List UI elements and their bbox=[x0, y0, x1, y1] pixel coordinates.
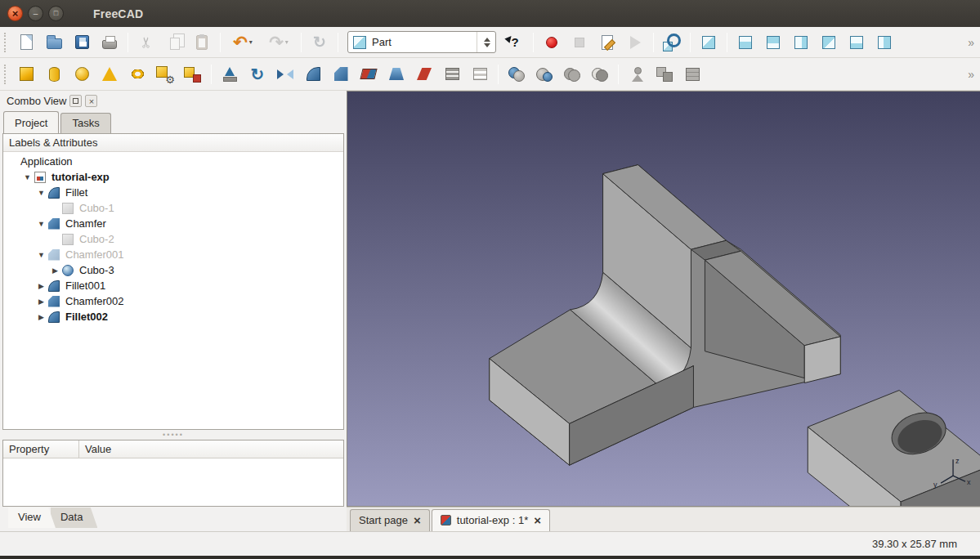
toolbar-button-cone[interactable] bbox=[96, 61, 123, 87]
tree-expander-icon[interactable]: ▼ bbox=[36, 189, 47, 197]
toolbar-button-open-document[interactable] bbox=[41, 29, 67, 56]
tree-item-label: Chamfer bbox=[65, 217, 106, 230]
3d-viewport[interactable]: z y x bbox=[347, 91, 980, 507]
toolbar-button-section[interactable] bbox=[439, 61, 465, 87]
undo-dropdown-caret[interactable]: ▾ bbox=[249, 38, 253, 46]
tree-item-chamfer[interactable]: ▼Chamfer bbox=[3, 216, 343, 231]
toolbar-button-defeaturing[interactable] bbox=[651, 61, 678, 87]
axis-label-z: z bbox=[955, 457, 960, 465]
toolbar-button-view-axonometric[interactable] bbox=[696, 29, 722, 56]
window-minimize-button[interactable] bbox=[28, 6, 43, 21]
tree-item-label: Fillet002 bbox=[65, 311, 108, 323]
doc-icon bbox=[34, 172, 46, 183]
toolbar-button-revolve[interactable]: ↻ bbox=[244, 61, 271, 87]
toolbar-drag-handle[interactable] bbox=[4, 65, 8, 84]
toolbar-button-sweep[interactable] bbox=[411, 61, 437, 87]
panel-splitter[interactable] bbox=[0, 430, 347, 440]
whats-this-icon: ? bbox=[507, 34, 523, 51]
toolbar-button-ruled-surface[interactable] bbox=[356, 61, 382, 87]
toolbar-button-box[interactable] bbox=[13, 61, 39, 87]
toolbar-button-sphere[interactable] bbox=[69, 61, 95, 87]
tree-expander-icon[interactable]: ▼ bbox=[36, 251, 47, 259]
toolbar-button-compound[interactable] bbox=[679, 61, 705, 87]
toolbar-button-undo[interactable]: ↶▾ bbox=[226, 29, 260, 56]
refresh-icon: ↻ bbox=[313, 33, 326, 51]
toolbar-button-save-document[interactable] bbox=[69, 29, 95, 56]
toolbar-button-extrude[interactable] bbox=[217, 61, 243, 87]
tree-expander-icon[interactable]: ▶ bbox=[36, 313, 47, 321]
tab-close-button[interactable]: × bbox=[414, 514, 421, 526]
tree-expander-icon[interactable]: ▼ bbox=[36, 220, 47, 228]
tree-expander-icon[interactable]: ▶ bbox=[36, 297, 47, 306]
tree-expander-icon[interactable]: ▶ bbox=[50, 266, 60, 275]
tab-view[interactable]: View bbox=[8, 508, 56, 528]
property-column-header[interactable]: Property bbox=[3, 440, 79, 458]
toolbar-button-union[interactable] bbox=[559, 61, 585, 87]
window-close-button[interactable] bbox=[7, 6, 23, 21]
toolbar-button-torus[interactable] bbox=[124, 61, 150, 87]
toolbar-button-chamfer[interactable] bbox=[328, 61, 354, 87]
document-tab-tutorial-exp-1-[interactable]: tutorial-exp : 1*× bbox=[432, 509, 550, 531]
toolbar-button-cut-boolean[interactable] bbox=[531, 61, 557, 87]
main-area: Combo View × ProjectTasks Labels & Attri… bbox=[0, 91, 980, 531]
toolbar-button-view-bottom[interactable] bbox=[844, 29, 870, 56]
toolbar-button-macro-play bbox=[622, 29, 648, 56]
tree-item-fillet[interactable]: ▼Fillet bbox=[3, 185, 343, 200]
toolbar-button-new-document[interactable] bbox=[13, 29, 39, 56]
window-maximize-button[interactable] bbox=[48, 6, 64, 21]
toolbar-button-loft[interactable] bbox=[383, 61, 409, 87]
combo-view-title: Combo View bbox=[7, 95, 66, 107]
workbench-selector[interactable]: Part bbox=[347, 31, 496, 53]
toolbar-button-shape-builder[interactable] bbox=[180, 61, 206, 87]
toolbar-button-print[interactable] bbox=[96, 29, 123, 56]
panel-close-button[interactable]: × bbox=[85, 95, 97, 107]
tab-close-button[interactable]: × bbox=[534, 514, 541, 526]
toolbar-button-cross-sections[interactable] bbox=[467, 61, 493, 87]
toolbar-overflow-chevron[interactable]: » bbox=[964, 68, 978, 81]
workbench-dropdown-arrows[interactable] bbox=[477, 32, 490, 52]
tree-item-chamfer002[interactable]: ▶Chamfer002 bbox=[3, 293, 343, 309]
toolbar-drag-handle[interactable] bbox=[4, 33, 8, 52]
tab-project[interactable]: Project bbox=[3, 111, 59, 133]
tree-item-tutorial-exp[interactable]: ▼tutorial-exp bbox=[3, 169, 343, 185]
toolbar-button-fillet[interactable] bbox=[300, 61, 326, 87]
tree-item-fillet002[interactable]: ▶Fillet002 bbox=[3, 309, 343, 324]
tree-item-application[interactable]: Application bbox=[3, 154, 343, 169]
tree-expander-icon[interactable]: ▶ bbox=[36, 282, 47, 290]
toolbar-button-mirror[interactable] bbox=[272, 61, 298, 87]
toolbar-button-view-right[interactable] bbox=[788, 29, 814, 56]
document-tab-start-page[interactable]: Start page× bbox=[350, 509, 430, 531]
toolbar-button-macro-edit[interactable] bbox=[594, 29, 620, 56]
section-icon bbox=[445, 68, 459, 80]
toolbar-button-boolean[interactable] bbox=[503, 61, 530, 87]
toolbar-separator bbox=[338, 33, 338, 52]
toolbar-button-cylinder[interactable] bbox=[41, 61, 67, 87]
view-rear-icon bbox=[822, 36, 835, 49]
chamfer-icon bbox=[48, 249, 60, 261]
toolbar-button-create-primitives[interactable] bbox=[152, 61, 178, 87]
tree-item-cubo-1[interactable]: Cubo-1 bbox=[3, 200, 343, 216]
toolbar-button-view-front[interactable] bbox=[732, 29, 758, 56]
tree-expander-icon[interactable]: ▼ bbox=[22, 173, 33, 181]
tree-item-chamfer001[interactable]: ▼Chamfer001 bbox=[3, 247, 343, 262]
workbench-value: Part bbox=[372, 36, 392, 48]
tab-data[interactable]: Data bbox=[51, 508, 97, 528]
toolbar-overflow-chevron[interactable]: » bbox=[964, 36, 978, 49]
tree-item-fillet001[interactable]: ▶Fillet001 bbox=[3, 278, 343, 293]
toolbar-button-whats-this[interactable]: ? bbox=[502, 29, 528, 56]
toolbar-button-view-rear[interactable] bbox=[816, 29, 842, 56]
ruled-surface-icon bbox=[360, 69, 377, 79]
toolbar-button-view-top[interactable] bbox=[760, 29, 786, 56]
toolbar-button-intersection[interactable] bbox=[587, 61, 613, 87]
tree-item-label: Cubo-3 bbox=[79, 264, 114, 276]
panel-float-button[interactable] bbox=[69, 95, 82, 107]
tab-tasks[interactable]: Tasks bbox=[60, 113, 110, 133]
tree-item-cubo-2[interactable]: Cubo-2 bbox=[3, 231, 343, 247]
toolbar-button-view-left[interactable] bbox=[871, 29, 897, 56]
toolbar-button-fit-all[interactable] bbox=[659, 29, 685, 56]
model-tree: Application▼tutorial-exp▼FilletCubo-1▼Ch… bbox=[3, 152, 343, 429]
value-column-header[interactable]: Value bbox=[79, 440, 343, 458]
toolbar-button-check-geometry[interactable] bbox=[624, 61, 650, 87]
tree-item-cubo-3[interactable]: ▶Cubo-3 bbox=[3, 262, 343, 278]
toolbar-button-macro-record[interactable] bbox=[539, 29, 565, 56]
